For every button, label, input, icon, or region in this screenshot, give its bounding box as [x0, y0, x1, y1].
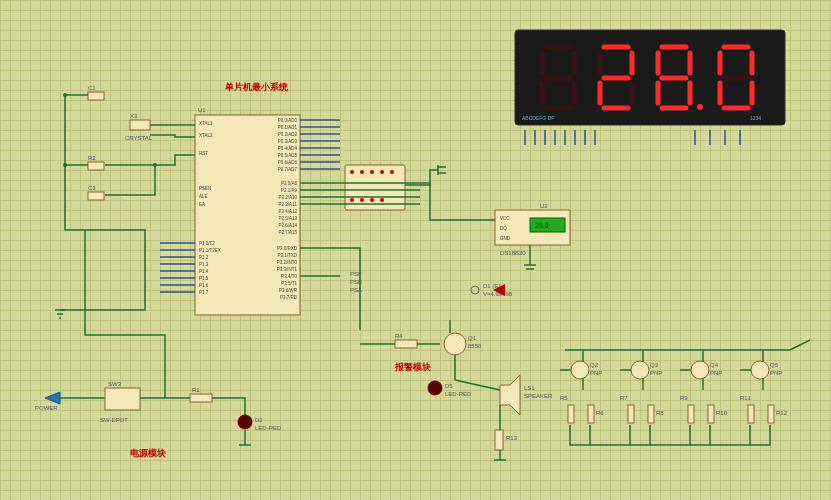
- svg-text:R6: R6: [596, 410, 604, 416]
- svg-point-104: [360, 198, 364, 202]
- alarm-circuit: R4 Q1 8550 D5 LED-RED LS1 SPEAKER R13: [360, 320, 553, 460]
- mcu-chip: U1 XTAL1XTAL2 RST PSENALEEA P1.0/T2P1.1/…: [195, 107, 300, 315]
- display-pins-right: 1234: [750, 115, 761, 121]
- svg-text:GND: GND: [500, 236, 511, 241]
- svg-text:P0.2/AD2: P0.2/AD2: [278, 132, 298, 137]
- svg-point-106: [380, 198, 384, 202]
- svg-text:R7: R7: [620, 395, 628, 401]
- oscillator-section: C1 X3 CRYSTAL R2 C3: [88, 85, 153, 200]
- svg-text:Q5: Q5: [770, 362, 779, 368]
- svg-rect-153: [588, 405, 594, 423]
- power-label: 电源模块: [130, 448, 166, 458]
- svg-text:DS18B20: DS18B20: [500, 250, 526, 256]
- svg-rect-87: [88, 162, 104, 170]
- svg-text:P3.0/RXD: P3.0/RXD: [277, 246, 298, 251]
- svg-text:SW3: SW3: [108, 381, 122, 387]
- svg-text:X3: X3: [130, 113, 138, 119]
- svg-text:R2: R2: [88, 155, 96, 161]
- svg-point-105: [370, 198, 374, 202]
- svg-text:R1: R1: [192, 387, 200, 393]
- svg-text:P1.6: P1.6: [199, 283, 209, 288]
- svg-text:P0.4/AD4: P0.4/AD4: [278, 146, 298, 151]
- svg-text:U2: U2: [540, 203, 548, 209]
- svg-text:28.0: 28.0: [535, 222, 549, 229]
- svg-text:EA: EA: [199, 202, 205, 207]
- svg-text:P0.1/AD1: P0.1/AD1: [278, 125, 298, 130]
- svg-text:P3.7/RD: P3.7/RD: [280, 295, 298, 300]
- svg-point-22: [697, 104, 703, 110]
- svg-text:DQ: DQ: [500, 226, 507, 231]
- alarm-label: 报警模块: [394, 362, 431, 372]
- svg-point-101: [380, 170, 384, 174]
- svg-text:P2.5/A13: P2.5/A13: [278, 216, 297, 221]
- svg-text:D2: D2: [255, 417, 263, 423]
- svg-text:C1: C1: [88, 85, 96, 91]
- svg-text:P1.2: P1.2: [199, 255, 209, 260]
- svg-text:P3.3/INT1: P3.3/INT1: [277, 267, 298, 272]
- svg-text:P0.3/AD3: P0.3/AD3: [278, 139, 298, 144]
- svg-text:PNP: PNP: [770, 370, 782, 376]
- svg-text:R5: R5: [560, 395, 568, 401]
- svg-text:P1.4: P1.4: [199, 269, 209, 274]
- circuit-schematic: ABCDEFG DP 1234 U1 XTAL1XTAL2 RST PSENAL…: [0, 0, 831, 500]
- svg-text:P1.7: P1.7: [199, 290, 209, 295]
- svg-text:R12: R12: [776, 410, 788, 416]
- svg-text:R8: R8: [656, 410, 664, 416]
- svg-point-91: [153, 163, 157, 167]
- svg-point-100: [370, 170, 374, 174]
- svg-text:P2.1/A9: P2.1/A9: [281, 188, 298, 193]
- svg-text:Q4: Q4: [710, 362, 719, 368]
- svg-text:RST: RST: [199, 151, 208, 156]
- svg-text:D5: D5: [445, 383, 453, 389]
- svg-rect-123: [395, 340, 417, 348]
- svg-text:P3.4/T0: P3.4/T0: [281, 274, 297, 279]
- svg-text:R10: R10: [716, 410, 728, 416]
- svg-text:Q2: Q2: [590, 362, 599, 368]
- svg-rect-171: [190, 394, 212, 402]
- svg-text:Q3: Q3: [650, 362, 659, 368]
- svg-text:R11: R11: [740, 395, 752, 401]
- svg-text:P2.2/A10: P2.2/A10: [278, 195, 297, 200]
- svg-rect-157: [648, 405, 654, 423]
- display-pin-row: [525, 130, 740, 145]
- svg-text:P2.4/A12: P2.4/A12: [278, 209, 297, 214]
- svg-text:XTAL1: XTAL1: [199, 121, 213, 126]
- svg-rect-163: [748, 405, 754, 423]
- svg-text:8550: 8550: [468, 343, 482, 349]
- svg-text:C3: C3: [88, 185, 96, 191]
- svg-text:SPEAKER: SPEAKER: [524, 393, 553, 399]
- svg-text:Q1: Q1: [468, 335, 477, 341]
- p0-bus: [300, 120, 340, 169]
- seven-segment-display: ABCDEFG DP 1234: [515, 30, 785, 125]
- svg-text:POWER: POWER: [35, 405, 58, 411]
- svg-point-102: [390, 170, 394, 174]
- svg-point-136: [471, 286, 479, 294]
- svg-text:U1: U1: [198, 107, 206, 113]
- svg-text:P3.5/T1: P3.5/T1: [281, 281, 297, 286]
- svg-rect-151: [568, 405, 574, 423]
- p1-bus: [160, 243, 195, 292]
- svg-rect-133: [495, 430, 503, 450]
- svg-text:P1.1/T2EX: P1.1/T2EX: [199, 248, 221, 253]
- svg-text:P1.0/T2: P1.0/T2: [199, 241, 215, 246]
- svg-text:R4: R4: [395, 333, 403, 339]
- svg-text:PNP: PNP: [650, 370, 662, 376]
- svg-text:P0.0/AD0: P0.0/AD0: [278, 118, 298, 123]
- svg-text:R9: R9: [680, 395, 688, 401]
- svg-text:P2.6/A14: P2.6/A14: [278, 223, 297, 228]
- svg-point-128: [428, 381, 442, 395]
- svg-point-142: [631, 361, 649, 379]
- svg-text:CRYSTAL: CRYSTAL: [125, 135, 153, 141]
- svg-text:P1.3: P1.3: [199, 262, 209, 267]
- svg-text:P0.6/AD6: P0.6/AD6: [278, 160, 298, 165]
- svg-point-93: [63, 163, 67, 167]
- svg-text:P2.0/A8: P2.0/A8: [281, 181, 298, 186]
- svg-text:P3.1/TXD: P3.1/TXD: [277, 253, 297, 258]
- svg-text:P0.7/AD7: P0.7/AD7: [278, 167, 298, 172]
- svg-text:P2.7/A15: P2.7/A15: [278, 230, 297, 235]
- svg-text:PSB: PSB: [350, 279, 362, 285]
- svg-point-148: [751, 361, 769, 379]
- svg-text:P3.2/INT0: P3.2/INT0: [277, 260, 298, 265]
- svg-text:PSF: PSF: [350, 271, 362, 277]
- svg-point-103: [350, 198, 354, 202]
